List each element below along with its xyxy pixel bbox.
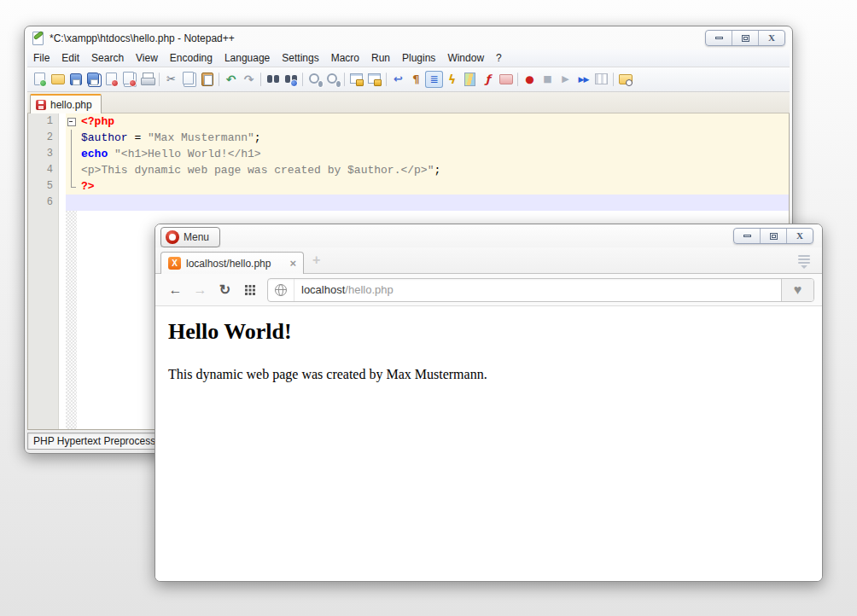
find-icon[interactable] — [264, 71, 282, 88]
reload-button[interactable]: ↻ — [213, 279, 237, 301]
sync-vertical-icon[interactable] — [347, 71, 365, 88]
macro-run-multiple-icon[interactable]: ▶▶ — [574, 71, 592, 88]
notepad-menu-bar: File Edit Search View Encoding Language … — [27, 49, 790, 67]
function-list-icon[interactable]: ƒ — [479, 71, 497, 88]
close-button[interactable]: X — [759, 31, 784, 45]
opera-menu-button[interactable]: Menu — [160, 227, 220, 247]
minimize-button[interactable] — [706, 31, 732, 45]
speed-dial-button[interactable] — [237, 279, 262, 301]
page-heading: Hello World! — [168, 319, 809, 345]
toolbar-icon[interactable] — [613, 73, 614, 86]
code-text: echo "<h1>Hello World!</h1> — [77, 146, 789, 162]
menu-item-language[interactable]: Language — [219, 50, 276, 66]
macro-save-icon[interactable] — [592, 71, 610, 88]
copy-icon[interactable] — [180, 71, 198, 88]
tab-menu-icon[interactable] — [798, 255, 810, 269]
line-number: 6 — [28, 195, 59, 211]
macro-record-icon[interactable]: ● — [521, 71, 539, 88]
save-all-icon[interactable] — [85, 71, 102, 88]
tab-label: hello.php — [50, 99, 92, 111]
notepad-title-bar[interactable]: *C:\xampp\htdocs\hello.php - Notepad++ X — [27, 26, 790, 49]
minimize-icon — [715, 37, 723, 39]
menu-item-encoding[interactable]: Encoding — [164, 50, 219, 66]
close-file-icon[interactable] — [102, 71, 120, 88]
maximize-icon — [770, 233, 778, 240]
open-file-icon[interactable] — [49, 71, 67, 88]
back-button[interactable]: ← — [163, 279, 188, 301]
toolbar-icon[interactable] — [219, 73, 219, 86]
tab-close-icon[interactable]: × — [289, 258, 296, 269]
fold-marker[interactable] — [66, 113, 77, 130]
paste-icon[interactable] — [198, 71, 216, 88]
macro-play-icon[interactable]: ▶ — [557, 71, 574, 88]
maximize-button[interactable] — [732, 31, 759, 45]
menu-item-edit[interactable]: Edit — [55, 50, 85, 66]
fold-marker[interactable] — [66, 178, 77, 195]
fold-marker[interactable] — [66, 162, 77, 178]
bookmark-button[interactable]: ♥ — [781, 279, 813, 301]
indent-guide-icon[interactable]: ≣ — [425, 71, 443, 88]
menu-item-window[interactable]: Window — [441, 50, 490, 66]
code-line: 1 <?php — [28, 113, 789, 130]
menu-item-plugins[interactable]: Plugins — [396, 50, 441, 66]
opera-logo-icon — [166, 230, 179, 244]
page-paragraph: This dynamic web page was created by Max… — [168, 367, 809, 382]
menu-item-help[interactable]: ? — [490, 50, 508, 66]
url-text[interactable]: localhost/hello.php — [294, 283, 394, 296]
code-token: echo — [81, 148, 108, 160]
new-file-icon[interactable] — [31, 71, 49, 88]
menu-item-view[interactable]: View — [130, 50, 164, 66]
undo-icon[interactable]: ↶ — [222, 71, 240, 88]
zoom-out-icon[interactable] — [324, 71, 341, 88]
show-all-characters-icon[interactable]: ¶ — [407, 71, 425, 88]
site-badge[interactable] — [268, 279, 294, 301]
notepad-toolbar: ✂ ↶ ↷ ↩ — [27, 67, 790, 92]
document-map-icon[interactable] — [461, 71, 479, 88]
user-defined-language-icon[interactable]: ϟ — [443, 71, 461, 88]
new-tab-button[interactable]: + — [312, 253, 320, 267]
word-wrap-icon[interactable]: ↩ — [389, 71, 407, 88]
browser-window: Menu X X localhost/hello.php × + ← → ↻ l… — [154, 224, 823, 582]
toolbar-icon[interactable] — [344, 73, 345, 86]
cut-icon[interactable]: ✂ — [162, 71, 180, 88]
monitoring-icon[interactable] — [616, 71, 634, 88]
code-token: "Max Mustermann" — [148, 131, 254, 144]
toolbar-icon[interactable] — [517, 73, 518, 86]
code-line: 3 echo "<h1>Hello World!</h1> — [28, 146, 789, 162]
line-number: 1 — [28, 113, 59, 130]
fold-marker[interactable] — [66, 195, 77, 211]
zoom-in-icon[interactable] — [306, 71, 324, 88]
folder-as-workspace-icon[interactable] — [497, 71, 515, 88]
macro-stop-icon[interactable]: ■ — [539, 71, 557, 88]
menu-item-file[interactable]: File — [27, 50, 55, 66]
code-token: = — [128, 131, 148, 144]
address-bar[interactable]: localhost/hello.php ♥ — [267, 278, 814, 302]
redo-icon[interactable]: ↷ — [240, 71, 258, 88]
code-text: ?> — [77, 178, 789, 195]
fold-marker[interactable] — [66, 146, 77, 162]
toolbar-icon[interactable] — [386, 73, 387, 86]
toolbar-icon[interactable] — [302, 73, 303, 86]
tab-hello-php[interactable]: hello.php — [30, 94, 102, 113]
toolbar-icon[interactable] — [260, 73, 261, 86]
heart-icon: ♥ — [794, 282, 802, 298]
save-icon[interactable] — [67, 71, 85, 88]
tab-localhost-hello-php[interactable]: X localhost/hello.php × — [160, 252, 304, 274]
browser-title-bar[interactable]: Menu X — [155, 224, 822, 247]
menu-item-search[interactable]: Search — [85, 50, 130, 66]
minimize-button[interactable] — [734, 229, 761, 243]
toolbar-icon[interactable] — [159, 73, 160, 86]
code-line: 6 — [28, 195, 789, 211]
code-line: 2 $author = "Max Mustermann"; — [28, 130, 789, 146]
menu-item-macro[interactable]: Macro — [325, 50, 365, 66]
maximize-button[interactable] — [761, 229, 787, 243]
sync-horizontal-icon[interactable] — [365, 71, 383, 88]
forward-button[interactable]: → — [188, 279, 213, 301]
close-all-icon[interactable] — [120, 71, 138, 88]
fold-marker[interactable] — [66, 130, 77, 146]
menu-item-settings[interactable]: Settings — [276, 50, 324, 66]
menu-item-run[interactable]: Run — [365, 50, 396, 66]
replace-icon[interactable] — [282, 71, 300, 88]
print-icon[interactable] — [138, 71, 156, 88]
close-button[interactable]: X — [787, 229, 813, 243]
